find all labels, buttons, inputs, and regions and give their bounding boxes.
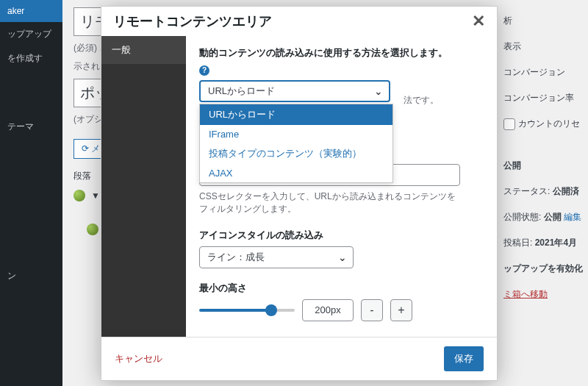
icon-style-value: ライン：成長 [207, 251, 265, 264]
dropdown-option-posttype[interactable]: 投稿タイプのコンテンツ（実験的） [200, 143, 392, 164]
icon-style-select[interactable]: ライン：成長 ⌄ [199, 246, 354, 268]
dropdown-option-ajax[interactable]: AJAX [200, 164, 392, 182]
modal-header: リモートコンテンツエリア ✕ [101, 7, 497, 36]
min-height-slider[interactable] [199, 309, 295, 312]
css-selector-desc: CSSセレクターを入力して、URLから読み込まれるコンテンツをフィルタリングしま… [199, 190, 464, 215]
method-desc-suffix: 法です。 [404, 94, 439, 107]
save-button[interactable]: 保存 [444, 346, 484, 371]
close-icon[interactable]: ✕ [472, 13, 485, 29]
min-height-value[interactable]: 200px [302, 299, 354, 321]
dropdown-option-iframe[interactable]: IFrame [200, 125, 392, 143]
method-section: 動的コンテンツの読み込みに使用する方法を選択します。 ? URLからロード ⌄ … [199, 46, 484, 102]
min-height-label: 最小の高さ [199, 282, 484, 295]
method-select[interactable]: URLからロード ⌄ URLからロード IFrame 投稿タイプのコンテンツ（実… [199, 80, 390, 102]
modal-tab-list: 一般 [101, 36, 186, 337]
slider-thumb[interactable] [265, 304, 277, 316]
icon-style-label: アイコンスタイルの読み込み [199, 229, 484, 242]
help-icon[interactable]: ? [199, 65, 209, 76]
chevron-down-icon: ⌄ [338, 251, 347, 263]
decrement-button[interactable]: - [361, 299, 383, 321]
cancel-button[interactable]: キャンセル [115, 352, 162, 365]
min-height-controls: 200px - + [199, 299, 484, 321]
icon-style-section: アイコンスタイルの読み込み ライン：成長 ⌄ [199, 229, 484, 268]
min-height-section: 最小の高さ 200px - + [199, 282, 484, 321]
modal-content: 動的コンテンツの読み込みに使用する方法を選択します。 ? URLからロード ⌄ … [186, 36, 497, 337]
method-label: 動的コンテンツの読み込みに使用する方法を選択します。 [199, 46, 484, 60]
remote-content-modal: リモートコンテンツエリア ✕ 一般 動的コンテンツの読み込みに使用する方法を選択… [101, 6, 498, 381]
dropdown-option-url[interactable]: URLからロード [200, 104, 392, 125]
tab-general[interactable]: 一般 [101, 36, 186, 64]
chevron-down-icon: ⌄ [374, 85, 383, 97]
method-dropdown: URLからロード IFrame 投稿タイプのコンテンツ（実験的） AJAX [199, 104, 393, 183]
modal-body: 一般 動的コンテンツの読み込みに使用する方法を選択します。 ? URLからロード… [101, 36, 497, 337]
modal-footer: キャンセル 保存 [101, 337, 497, 380]
modal-title: リモートコンテンツエリア [113, 12, 272, 30]
method-select-value: URLからロード [208, 85, 275, 98]
increment-button[interactable]: + [390, 299, 412, 321]
